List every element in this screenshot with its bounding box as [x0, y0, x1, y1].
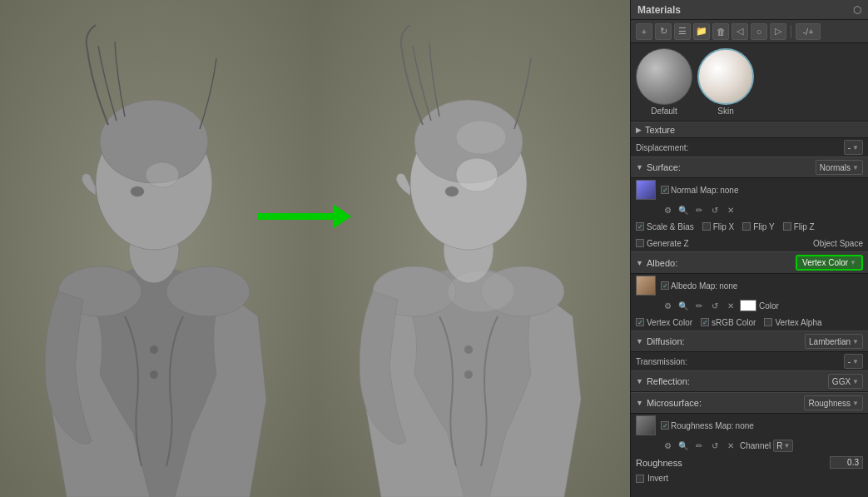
- invert-label: Invert: [647, 474, 668, 483]
- material-default[interactable]: Default: [636, 48, 692, 116]
- microsurface-section-label: Microsurface:: [647, 398, 722, 408]
- arrow-head: [333, 204, 351, 229]
- vertex-color-check[interactable]: [636, 318, 644, 326]
- displacement-dropdown[interactable]: - ▼: [844, 140, 863, 155]
- roughness-type-label: Roughness: [808, 399, 851, 408]
- toggle-button[interactable]: -/+: [796, 23, 821, 40]
- roughness-input[interactable]: [830, 456, 863, 469]
- panel-header-right: ⬡: [853, 4, 861, 16]
- albedo-map-value: none: [719, 281, 737, 291]
- transmission-row: Transmission: - ▼: [631, 352, 868, 370]
- channel-dropdown-arrow: ▼: [784, 442, 791, 450]
- forward-button[interactable]: ▷: [770, 23, 786, 40]
- vertex-color-check-label: Vertex Color: [647, 318, 692, 327]
- vertex-alpha-label: Vertex Alpha: [775, 318, 821, 327]
- flip-y-checkbox[interactable]: [742, 222, 751, 231]
- diffusion-section-header[interactable]: ▼ Diffusion: Lambertian ▼: [631, 331, 868, 352]
- reflection-section-header[interactable]: ▼ Reflection: GGX ▼: [631, 370, 868, 392]
- vertex-color-dropdown[interactable]: Vertex Color ▼: [796, 255, 863, 271]
- roughness-zoom-icon[interactable]: 🔍: [677, 439, 690, 452]
- scale-bias-label: Scale & Bias: [647, 222, 694, 231]
- albedo-gear-icon[interactable]: ⚙: [661, 299, 674, 312]
- normal-map-label: Normal Map:: [671, 186, 718, 195]
- svg-point-20: [464, 370, 473, 379]
- generate-z-checkbox[interactable]: [636, 239, 644, 247]
- roughness-gear-icon[interactable]: ⚙: [661, 439, 674, 452]
- reload-icon[interactable]: ↺: [708, 203, 722, 216]
- brush-icon[interactable]: ✏: [692, 203, 706, 216]
- scale-bias-item: Scale & Bias: [636, 222, 694, 231]
- delete-button[interactable]: 🗑: [712, 23, 729, 40]
- albedo-map-checkbox[interactable]: [661, 281, 669, 290]
- roughness-map-row: Roughness Map: none: [631, 414, 868, 437]
- microsurface-triangle: ▼: [636, 399, 643, 407]
- material-default-sphere[interactable]: [636, 48, 692, 105]
- channel-value: R: [776, 441, 782, 450]
- microsurface-section-header[interactable]: ▼ Microsurface: Roughness ▼: [631, 392, 868, 414]
- albedo-x-icon[interactable]: ✕: [724, 299, 737, 312]
- roughness-x-icon[interactable]: ✕: [724, 439, 737, 452]
- back-button[interactable]: ◁: [732, 23, 748, 40]
- albedo-zoom-icon[interactable]: 🔍: [677, 299, 690, 312]
- ggx-dropdown[interactable]: GGX ▼: [828, 374, 863, 389]
- srgb-color-check[interactable]: [701, 318, 709, 326]
- albedo-section-header[interactable]: ▼ Albedo: Vertex Color ▼: [631, 251, 868, 274]
- roughness-map-value: none: [736, 421, 754, 430]
- texture-section-header[interactable]: ▶ Texture: [631, 122, 868, 138]
- roughness-brush-icon[interactable]: ✏: [692, 439, 706, 452]
- x-icon[interactable]: ✕: [724, 203, 737, 216]
- zoom-icon[interactable]: 🔍: [677, 203, 690, 216]
- normal-map-checkbox[interactable]: [661, 186, 669, 194]
- transmission-dropdown[interactable]: - ▼: [844, 354, 863, 369]
- svg-point-23: [448, 271, 514, 312]
- panel-title: Materials: [637, 4, 681, 16]
- material-skin-sphere[interactable]: [697, 48, 754, 105]
- surface-section-header[interactable]: ▼ Surface: Normals ▼: [631, 157, 868, 178]
- normals-dropdown[interactable]: Normals ▼: [816, 160, 863, 175]
- scale-bias-checkbox[interactable]: [636, 222, 644, 231]
- flip-x-checkbox[interactable]: [702, 222, 711, 231]
- color-swatch[interactable]: [740, 300, 756, 311]
- albedo-map-icons: ⚙ 🔍 ✏ ↺ ✕ Color: [631, 297, 868, 314]
- roughness-map-checkbox[interactable]: [661, 421, 669, 430]
- albedo-reload-icon[interactable]: ↺: [708, 299, 722, 312]
- refresh-button[interactable]: ↻: [655, 23, 672, 40]
- transmission-value: -: [848, 357, 851, 366]
- channel-dropdown[interactable]: R ▼: [773, 440, 793, 452]
- vertex-color-dropdown-arrow: ▼: [850, 259, 856, 266]
- displacement-row: Displacement: - ▼: [631, 138, 868, 157]
- albedo-brush-icon[interactable]: ✏: [692, 299, 706, 312]
- menu-button[interactable]: ☰: [674, 23, 691, 40]
- lambertian-dropdown-arrow: ▼: [852, 338, 859, 345]
- add-material-button[interactable]: +: [636, 23, 652, 40]
- normal-map-row: Normal Map: none: [631, 178, 868, 201]
- diffusion-triangle: ▼: [636, 337, 643, 345]
- srgb-color-item: sRGB Color: [701, 318, 756, 327]
- ggx-dropdown-arrow: ▼: [852, 378, 859, 385]
- generate-z-label: Generate Z: [647, 239, 689, 248]
- svg-point-21: [456, 158, 498, 191]
- folder-button[interactable]: 📁: [693, 23, 710, 40]
- vertex-alpha-check[interactable]: [764, 318, 772, 326]
- roughness-type-dropdown[interactable]: Roughness ▼: [804, 395, 863, 410]
- roughness-map-icons: ⚙ 🔍 ✏ ↺ ✕ Channel R ▼: [631, 437, 868, 454]
- material-skin[interactable]: Skin: [697, 48, 754, 116]
- svg-point-10: [146, 162, 179, 187]
- svg-point-8: [150, 345, 158, 354]
- albedo-section-label: Albedo:: [647, 258, 718, 268]
- material-previews: Default Skin: [631, 43, 868, 122]
- gear-icon[interactable]: ⚙: [661, 203, 674, 216]
- roughness-reload-icon[interactable]: ↺: [708, 439, 722, 452]
- circle-button[interactable]: ○: [751, 23, 767, 40]
- svg-point-5: [131, 186, 144, 196]
- arrow-body: [258, 213, 333, 220]
- flip-z-checkbox[interactable]: [783, 222, 791, 231]
- displacement-label: Displacement:: [636, 143, 688, 152]
- albedo-map-row: Albedo Map: none: [631, 274, 868, 297]
- lambertian-dropdown[interactable]: Lambertian ▼: [805, 334, 863, 349]
- invert-checkbox[interactable]: [636, 475, 644, 483]
- srgb-color-label: sRGB Color: [712, 318, 756, 327]
- albedo-map-thumbnail: [636, 276, 656, 296]
- panel-expand-icon[interactable]: ⬡: [853, 4, 861, 16]
- normal-map-value: none: [720, 186, 738, 195]
